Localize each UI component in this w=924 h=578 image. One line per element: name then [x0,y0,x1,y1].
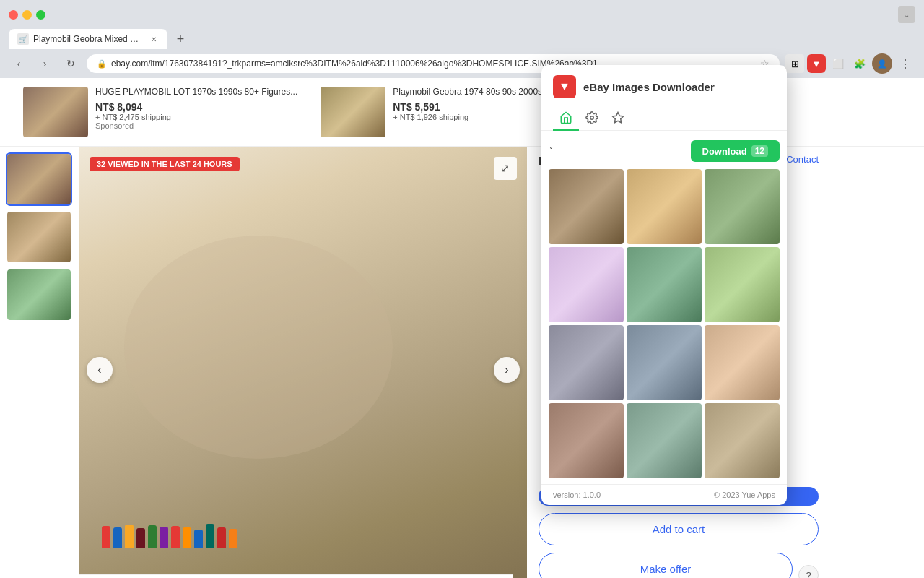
close-traffic-light[interactable] [9,10,18,20]
popup-nav-settings[interactable] [579,105,605,131]
download-button[interactable]: Download 12 [691,140,780,162]
extension-icon-3[interactable]: ⬜ [829,54,847,73]
popup-nav-home[interactable] [553,105,579,131]
tab-favicon: 🛒 [17,33,29,45]
title-bar: ⌄ [0,0,924,29]
profile-icon[interactable]: 👤 [872,53,892,74]
svg-point-0 [590,116,594,119]
browser-chrome: ⌄ 🛒 Playmobil Geobra Mixed Bulk... ✕ + ‹… [0,0,924,78]
chevron-down-icon[interactable]: ˅ [549,145,554,157]
popup-toolbar: ˅ Download 12 [549,140,780,162]
extension-icon-ebay-downloader[interactable]: ▼ [807,54,826,73]
thumbnail-4[interactable] [6,326,72,379]
expand-button[interactable]: ⤢ [494,157,517,180]
back-button[interactable]: ‹ [9,53,29,74]
grid-image-9[interactable] [705,325,780,400]
grid-image-11[interactable] [627,403,702,478]
new-tab-button[interactable]: + [170,29,191,49]
tab-title: Playmobil Geobra Mixed Bulk... [33,34,144,44]
extension-icon-1[interactable]: ⊞ [785,54,804,73]
grid-image-4[interactable] [549,247,624,322]
thumbnail-1[interactable] [6,152,72,206]
menu-button[interactable]: ⋮ [895,53,915,74]
thumbnails-sidebar [0,147,79,578]
sponsored-shipping-1: + NT$ 2,475 shipping [95,113,297,121]
grid-image-8[interactable] [627,325,702,400]
active-tab[interactable]: 🛒 Playmobil Geobra Mixed Bulk... ✕ [9,29,167,49]
grid-image-7[interactable] [549,325,624,400]
help-button[interactable]: ? [798,565,819,578]
sponsored-price-1: NT$ 8,094 [95,101,297,113]
popup-title: eBay Images Downloader [583,81,715,93]
minimize-traffic-light[interactable] [22,10,32,20]
popup-footer: version: 1.0.0 © 2023 Yue Apps [541,484,787,505]
sponsored-thumb-1 [23,87,88,137]
grid-image-3[interactable] [705,169,780,244]
popup-content: ˅ Download 12 [541,131,787,484]
popup-nav-premium[interactable] [605,105,631,131]
window-control[interactable]: ⌄ [898,6,915,23]
tab-bar: 🛒 Playmobil Geobra Mixed Bulk... ✕ + [0,29,924,49]
grid-image-12[interactable] [705,403,780,478]
add-to-cart-button[interactable]: Add to cart [539,513,819,545]
prev-image-button[interactable]: ‹ [87,357,113,383]
popup-nav [541,98,787,131]
ebay-images-downloader-popup: ▼ eBay Images Downloader ˅ [541,65,787,505]
popup-copyright: © 2023 Yue Apps [714,491,775,499]
thumbnail-3[interactable] [6,268,72,322]
sponsored-thumb-2 [321,87,385,137]
sponsored-label-1: Sponsored [95,121,297,130]
popup-header: ▼ eBay Images Downloader [541,65,787,98]
traffic-lights [9,10,45,20]
make-offer-button[interactable]: Make offer [539,553,793,578]
grid-image-5[interactable] [627,247,702,322]
popup-logo-icon: ▼ [553,75,576,98]
sponsored-item-1[interactable]: HUGE PLAYMOBIL LOT 1970s 1990s 80+ Figur… [12,84,309,140]
refresh-button[interactable]: ↻ [61,53,81,74]
maximize-traffic-light[interactable] [36,10,45,20]
main-image-area: 32 VIEWED IN THE LAST 24 HOURS ⤢ ‹ › [79,147,527,578]
download-count: 12 [751,145,768,157]
thumbnail-5[interactable] [6,384,72,437]
tab-close-button[interactable]: ✕ [149,34,159,44]
contact-link[interactable]: Contact [786,154,819,165]
forward-button[interactable]: › [35,53,55,74]
sponsored-title-1: HUGE PLAYMOBIL LOT 1970s 1990s 80+ Figur… [95,87,297,98]
thumbnail-2[interactable] [6,210,72,264]
image-grid [549,169,780,478]
grid-image-1[interactable] [549,169,624,244]
viewed-badge: 32 VIEWED IN THE LAST 24 HOURS [90,157,240,171]
similar-items-label: Similar Items [79,574,513,578]
popup-version: version: 1.0.0 [553,491,601,499]
extensions-button[interactable]: 🧩 [850,54,869,73]
sponsored-info-1: HUGE PLAYMOBIL LOT 1970s 1990s 80+ Figur… [95,87,297,137]
extension-icons: ⊞ ▼ ⬜ 🧩 👤 ⋮ [785,53,915,74]
svg-marker-1 [613,112,624,122]
grid-image-2[interactable] [627,169,702,244]
grid-image-6[interactable] [705,247,780,322]
grid-image-10[interactable] [549,403,624,478]
download-label: Download [702,146,747,157]
make-offer-row: Make offer ? [539,553,819,578]
next-image-button[interactable]: › [494,357,520,383]
main-image [79,147,527,578]
